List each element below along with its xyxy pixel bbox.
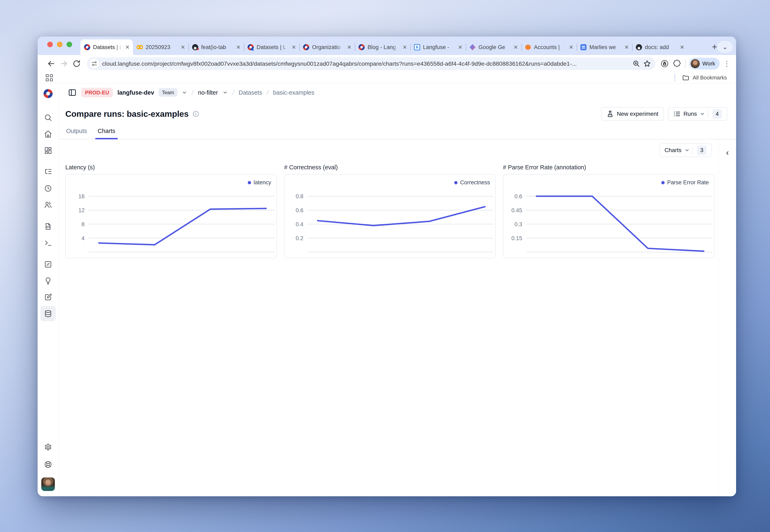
tab-outputs[interactable]: Outputs	[66, 128, 87, 139]
browser-menu-button[interactable]: ⋮	[723, 60, 730, 67]
tab-title: Langfuse -	[423, 44, 455, 50]
langfuse-favicon-icon	[359, 44, 365, 50]
charts-panel: ‹ Charts 3 Latency (s) 16	[59, 139, 736, 496]
sidebar-item-support[interactable]	[40, 457, 56, 472]
sidebar-item-evaluation[interactable]	[40, 257, 56, 272]
svg-text:0.45: 0.45	[511, 207, 522, 213]
profile-chip[interactable]: Work	[689, 58, 720, 70]
user-avatar[interactable]	[41, 477, 55, 491]
breadcrumb-separator: /	[232, 89, 235, 96]
tab-title: Google Ge	[478, 44, 510, 50]
breadcrumb-dataset-name[interactable]: basic-examples	[273, 89, 314, 96]
svg-text:0.3: 0.3	[514, 221, 522, 227]
chevron-down-icon[interactable]	[182, 90, 187, 95]
browser-tab[interactable]: docs: add✕	[632, 39, 688, 55]
breadcrumb-project[interactable]: no-filter	[198, 89, 218, 96]
tab-close-icon[interactable]: ✕	[624, 45, 629, 50]
browser-tab[interactable]: Marlies we✕	[577, 39, 632, 55]
tab-title: docs: add	[645, 44, 677, 50]
tab-close-icon[interactable]: ✕	[125, 45, 130, 50]
langfuse-logo-icon[interactable]	[44, 89, 53, 98]
sidebar-item-playground[interactable]	[40, 235, 56, 250]
prompts-icon	[44, 222, 52, 230]
tab-title: Datasets | L	[257, 44, 289, 50]
tab-close-icon[interactable]: ✕	[236, 45, 241, 50]
runs-button[interactable]: Runs 4	[668, 107, 727, 121]
sidebar-item-users[interactable]	[40, 197, 56, 212]
charts-select-button[interactable]: Charts 3	[659, 143, 712, 157]
forward-button[interactable]	[59, 58, 69, 69]
zoom-window-icon[interactable]	[67, 42, 72, 47]
browser-tab[interactable]: Blog - Lang✕	[355, 39, 410, 55]
tab-close-icon[interactable]: ✕	[680, 45, 684, 50]
browser-tab[interactable]: Accounts |✕	[521, 39, 577, 55]
apps-grid-icon[interactable]	[46, 74, 53, 81]
breadcrumb-datasets-link[interactable]: Datasets	[239, 89, 262, 96]
browser-tab[interactable]: Google Ge✕	[466, 39, 521, 55]
chart-legend: Correctness	[454, 179, 490, 186]
browser-tab[interactable]: Datasets | L✕	[244, 39, 299, 55]
back-button[interactable]	[46, 58, 56, 69]
sidebar-item-sessions[interactable]	[40, 181, 56, 196]
browser-tab[interactable]: feat(io-tab✕	[188, 39, 244, 55]
page-actions: New experiment Runs 4	[601, 107, 727, 121]
info-icon[interactable]	[192, 110, 199, 117]
legend-dot-icon	[248, 181, 251, 184]
tab-close-icon[interactable]: ✕	[569, 45, 573, 50]
folder-icon	[682, 74, 690, 81]
zoom-page-icon[interactable]	[632, 60, 640, 68]
password-manager-icon[interactable]	[660, 59, 669, 68]
legend-dot-icon	[661, 181, 665, 184]
bookmark-star-icon[interactable]	[643, 60, 651, 68]
minimize-window-icon[interactable]	[57, 42, 62, 47]
series-line	[536, 196, 704, 251]
browser-tab[interactable]: 20250923✕	[133, 39, 188, 55]
sidebar-item-datasets[interactable]	[40, 306, 56, 321]
tab-title: 20250923	[146, 44, 178, 50]
site-settings-button[interactable]	[89, 59, 99, 69]
chart-latency: Latency (s) 161284 latency	[65, 164, 277, 258]
sidebar-item-home[interactable]	[40, 126, 56, 142]
sidebar-item-search[interactable]	[40, 110, 56, 125]
chevron-down-icon	[700, 111, 705, 117]
tab-charts[interactable]: Charts	[98, 128, 115, 139]
sidebar-item-dashboard[interactable]	[40, 143, 56, 158]
sidebar-item-tracing[interactable]	[40, 164, 56, 180]
breadcrumb-org[interactable]: langfuse-dev	[117, 89, 154, 96]
legend-label: Correctness	[460, 179, 490, 186]
legend-label: Parse Error Rate	[667, 179, 709, 186]
button-divider	[708, 110, 708, 118]
browser-tab[interactable]: Datasets | L✕	[80, 39, 133, 55]
settings-icon	[44, 443, 52, 451]
browser-tab[interactable]: 6Langfuse -✕	[410, 39, 466, 55]
sidebar-item-settings[interactable]	[40, 440, 56, 455]
browser-window: Datasets | L✕20250923✕feat(io-tab✕Datase…	[38, 37, 736, 496]
insights-icon	[44, 277, 52, 285]
tab-close-icon[interactable]: ✕	[513, 45, 518, 50]
browser-tab[interactable]: Organizatio✕	[299, 39, 355, 55]
tab-title: Datasets | L	[93, 44, 122, 50]
environment-badge[interactable]: PROD-EU	[81, 88, 113, 97]
new-tab-button[interactable]: +	[712, 42, 717, 51]
sidebar-toggle-icon[interactable]	[68, 88, 77, 97]
sidebar-item-insights[interactable]	[40, 273, 56, 288]
all-bookmarks-button[interactable]: All Bookmarks	[675, 74, 727, 82]
tab-close-icon[interactable]: ✕	[402, 45, 407, 50]
langfuse-favicon-icon	[303, 44, 309, 50]
chevron-down-icon[interactable]	[223, 90, 228, 95]
langfuse-favicon-icon	[84, 44, 90, 50]
extensions-puzzle-icon[interactable]	[673, 59, 681, 68]
new-experiment-button[interactable]: New experiment	[601, 107, 664, 121]
reload-button[interactable]	[71, 58, 82, 69]
tab-close-icon[interactable]: ✕	[292, 45, 296, 50]
tab-close-icon[interactable]: ✕	[458, 45, 462, 50]
url-bar[interactable]: cloud.langfuse.com/project/cmfwgv8fx002o…	[87, 57, 655, 70]
sidebar-item-prompts[interactable]	[40, 219, 56, 234]
sidebar-item-annotation[interactable]	[40, 290, 56, 305]
collapse-panel-button[interactable]: ‹	[722, 147, 733, 158]
tab-close-icon[interactable]: ✕	[180, 45, 185, 50]
tab-search-button[interactable]: ⌄	[717, 41, 733, 53]
tab-close-icon[interactable]: ✕	[347, 45, 352, 50]
close-window-icon[interactable]	[47, 42, 53, 47]
chart-correctness: # Correctness (eval) 0.80.60.40.2 Correc…	[284, 164, 496, 258]
